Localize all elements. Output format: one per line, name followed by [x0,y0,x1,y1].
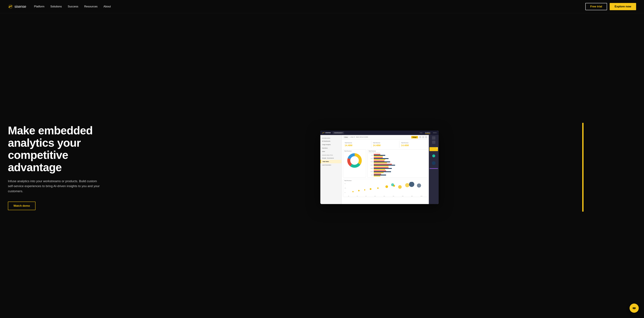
bar-label-64plus: 64+ [368,174,373,175]
dash-nav-admin[interactable]: Admin [433,132,437,134]
svg-point-1 [9,7,10,8]
bubble-chart-svg: 1K 100 10 [344,182,426,195]
dashboard-mockup: sisense Dashboards ▾ Data Analytics Admi… [320,131,439,204]
bar-label-3444: 34-44 [368,165,373,166]
x-label-80k: 80K [411,196,413,197]
nav-link-platform[interactable]: Platform [34,5,44,8]
toolbar-widget-btn[interactable]: Widget [411,136,418,138]
svg-point-21 [409,182,414,187]
svg-point-17 [386,185,388,188]
x-label-8k: 8K [366,196,367,197]
kpi-card-1: Total Revenue 14.48M [343,141,371,148]
svg-point-27 [635,308,635,308]
panel-teal-dot [432,154,435,157]
panel-spacer-4 [430,166,438,167]
bar-chart-bars: 0-18 19-24 [368,154,426,176]
kpi-cards-row: Total Revenue 14.48M Total Revenue 14.48… [343,141,428,148]
bar-fill-yellow-5464 [374,172,384,173]
bar-group-4454 [374,167,392,170]
nav-link-resources[interactable]: Resources [84,5,98,8]
x-label-6k: 6K [357,196,358,197]
navbar: sisense Platform Solutions Success Resou… [0,0,644,13]
bar-fill-dark-5464 [374,171,391,172]
donut-chart-title: Total Revenue [344,150,365,152]
x-label-100k: 100K [420,196,422,197]
svg-text:10: 10 [344,192,346,193]
chat-bubble-button[interactable] [630,303,639,313]
donut-chart-container: Total Revenue [343,149,366,178]
dash-nav-analytics[interactable]: Analytics [425,132,430,134]
svg-point-23 [391,183,394,186]
dashboard-tab[interactable]: Dashboards ▾ [333,132,344,134]
bar-fill-dark-4454 [374,168,392,169]
bar-row-3444: 34-44 [368,164,426,167]
bar-fill-dark-1924 [374,158,388,159]
watch-demo-button[interactable]: Watch demo [8,202,36,210]
bubble-chart-title: Total Revenue [344,180,426,181]
sidebar-item-lead-generation[interactable]: Lead Generation [320,163,342,167]
bar-fill-yellow-1924 [374,159,385,160]
x-label-20k: 20K [384,196,385,197]
hero-section: Make embedded analytics your competitive… [0,13,644,318]
sidebar-item-all-dashboards[interactable]: All Dashboards [320,139,342,143]
bar-fill-red-018 [374,154,380,155]
svg-point-13 [358,190,360,191]
svg-point-12 [352,191,354,192]
toolbar-filter-china[interactable]: China [343,136,348,138]
bar-fill-red-1924 [374,157,383,158]
kpi-value-1: 14.48M [345,144,370,147]
dashboard-mockup-container: sisense Dashboards ▾ Data Analytics Admi… [320,131,439,204]
panel-yellow-dot [437,147,438,148]
sidebar-item-narratives[interactable]: Narratives [320,146,342,150]
bar-fill-yellow-4454 [374,169,385,170]
sidebar-item-total-sales[interactable]: Total Sales [320,160,342,163]
logo[interactable]: sisense [8,4,26,9]
bar-group-64plus [374,174,386,176]
panel-yellow-bar-1 [430,147,438,151]
nav-left: sisense Platform Solutions Success Resou… [8,4,111,9]
svg-point-2 [322,133,323,134]
explore-now-button[interactable]: Explore now [610,3,636,10]
sidebar-item-ecommerce[interactable]: Sample - Ecommerce [320,156,342,160]
svg-text:100: 100 [344,188,346,189]
yellow-accent-bar [582,123,584,212]
toolbar-action-icons [419,136,427,138]
kpi-value-2: 14.48M [373,144,398,147]
nav-link-about[interactable]: About [104,5,111,8]
sidebar-item-other[interactable]: Other [320,150,342,153]
kpi-label-1: Total Revenue [345,142,370,143]
dashboard-logo: sisense [322,132,331,134]
hero-subtitle: Infuse analytics into your workstreams o… [8,179,103,194]
bar-label-018: 0-18 [368,155,373,156]
svg-point-25 [633,308,634,308]
svg-point-0 [8,4,13,9]
toolbar-icon-3[interactable] [425,136,427,138]
nav-link-success[interactable]: Success [68,5,78,8]
hero-content: Make embedded analytics your competitive… [8,124,123,210]
x-label-4k: 4K [348,196,349,197]
dashboard-top-nav: Data Analytics Admin [420,132,437,134]
panel-spacer-3 [430,158,438,160]
dashboard-toolbar: China ▷ Save ▼ · March 12th at 10:18AM W… [342,135,429,140]
free-trial-button[interactable]: Free trial [585,3,607,10]
panel-icon-2[interactable] [432,141,435,144]
bar-group-1924 [374,157,388,160]
panel-purple-line [430,168,438,169]
dash-nav-data[interactable]: Data [420,132,422,134]
x-label-10k: 10K [374,196,376,197]
bar-fill-red-5464 [374,170,386,171]
nav-link-solutions[interactable]: Solutions [50,5,62,8]
toolbar-icon-2[interactable] [422,136,424,138]
dashboard-sidebar: Dashboards All Dashboards Usage Analytic… [320,135,342,204]
kpi-card-3: Total Revenue 14.48M [400,141,428,148]
bar-group-018 [374,154,385,157]
bar-fill-yellow-64plus [374,176,380,176]
bar-fill-dark-64plus [374,175,386,175]
toolbar-icon-1[interactable] [419,136,421,138]
kpi-label-2: Total Revenue [373,142,398,143]
bar-row-4454: 44-54 [368,167,426,170]
nav-links: Platform Solutions Success Resources Abo… [34,5,111,8]
bubble-chart-container: Total Revenue 1K 100 10 [343,179,428,197]
sidebar-item-usage-analytics[interactable]: Usage Analytics [320,143,342,146]
panel-icon-1[interactable] [432,136,435,140]
